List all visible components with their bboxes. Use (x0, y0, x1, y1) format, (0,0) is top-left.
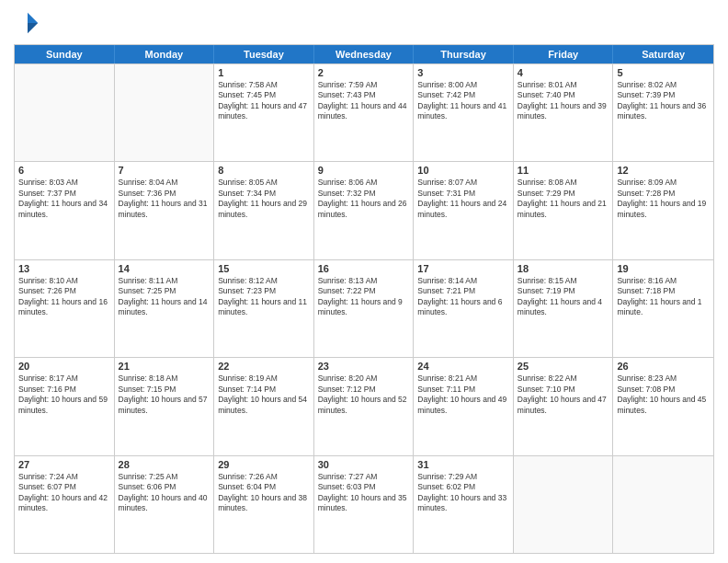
svg-marker-0 (28, 13, 38, 23)
cell-info: Sunrise: 8:19 AMSunset: 7:14 PMDaylight:… (218, 373, 310, 416)
calendar-cell: 2Sunrise: 7:59 AMSunset: 7:43 PMDaylight… (314, 64, 415, 161)
cell-info: Sunrise: 7:29 AMSunset: 6:02 PMDaylight:… (417, 472, 509, 514)
calendar-cell: 27Sunrise: 7:24 AMSunset: 6:07 PMDayligh… (15, 456, 115, 553)
calendar-cell: 24Sunrise: 8:21 AMSunset: 7:11 PMDayligh… (414, 358, 514, 454)
day-number: 19 (617, 263, 710, 274)
day-number: 9 (318, 165, 410, 176)
calendar-cell: 17Sunrise: 8:14 AMSunset: 7:21 PMDayligh… (414, 260, 514, 357)
day-number: 20 (18, 361, 110, 372)
cell-info: Sunrise: 8:00 AMSunset: 7:42 PMDaylight:… (417, 80, 509, 122)
calendar-cell: 4Sunrise: 8:01 AMSunset: 7:40 PMDaylight… (514, 64, 614, 161)
calendar-cell: 30Sunrise: 7:27 AMSunset: 6:03 PMDayligh… (314, 456, 415, 553)
cell-info: Sunrise: 7:24 AMSunset: 6:07 PMDaylight:… (18, 472, 110, 514)
calendar-row-3: 20Sunrise: 8:17 AMSunset: 7:16 PMDayligh… (15, 357, 713, 454)
cell-info: Sunrise: 8:15 AMSunset: 7:19 PMDaylight:… (518, 276, 609, 318)
calendar-cell: 25Sunrise: 8:22 AMSunset: 7:10 PMDayligh… (514, 358, 614, 454)
header-day-monday: Monday (115, 45, 215, 63)
page: SundayMondayTuesdayWednesdayThursdayFrid… (0, 0, 728, 563)
cell-info: Sunrise: 8:05 AMSunset: 7:34 PMDaylight:… (218, 178, 310, 220)
day-number: 12 (617, 165, 710, 176)
calendar-cell: 18Sunrise: 8:15 AMSunset: 7:19 PMDayligh… (514, 260, 614, 357)
cell-info: Sunrise: 7:25 AMSunset: 6:06 PMDaylight:… (119, 472, 210, 514)
cell-info: Sunrise: 8:14 AMSunset: 7:21 PMDaylight:… (417, 276, 509, 318)
calendar-cell: 12Sunrise: 8:09 AMSunset: 7:28 PMDayligh… (613, 162, 713, 259)
calendar-cell: 19Sunrise: 8:16 AMSunset: 7:18 PMDayligh… (613, 260, 713, 357)
cell-info: Sunrise: 8:17 AMSunset: 7:16 PMDaylight:… (18, 373, 110, 416)
header-day-friday: Friday (514, 45, 614, 63)
calendar-cell (115, 64, 215, 161)
cell-info: Sunrise: 8:03 AMSunset: 7:37 PMDaylight:… (18, 178, 110, 220)
day-number: 18 (518, 263, 609, 274)
day-number: 7 (119, 165, 210, 176)
day-number: 22 (218, 361, 310, 372)
cell-info: Sunrise: 8:22 AMSunset: 7:10 PMDaylight:… (518, 373, 609, 416)
calendar-cell: 23Sunrise: 8:20 AMSunset: 7:12 PMDayligh… (314, 358, 415, 454)
cell-info: Sunrise: 8:04 AMSunset: 7:36 PMDaylight:… (119, 178, 210, 220)
svg-marker-1 (28, 23, 38, 33)
day-number: 23 (318, 361, 410, 372)
cell-info: Sunrise: 7:58 AMSunset: 7:45 PMDaylight:… (218, 80, 310, 122)
day-number: 16 (318, 263, 410, 274)
cell-info: Sunrise: 8:12 AMSunset: 7:23 PMDaylight:… (218, 276, 310, 318)
day-number: 29 (218, 459, 310, 470)
calendar-row-4: 27Sunrise: 7:24 AMSunset: 6:07 PMDayligh… (15, 455, 713, 553)
calendar-cell: 3Sunrise: 8:00 AMSunset: 7:42 PMDaylight… (414, 64, 514, 161)
calendar-cell: 14Sunrise: 8:11 AMSunset: 7:25 PMDayligh… (115, 260, 215, 357)
day-number: 3 (417, 67, 509, 78)
day-number: 6 (18, 165, 110, 176)
day-number: 1 (218, 67, 310, 78)
cell-info: Sunrise: 8:16 AMSunset: 7:18 PMDaylight:… (617, 276, 710, 318)
cell-info: Sunrise: 7:59 AMSunset: 7:43 PMDaylight:… (318, 80, 410, 122)
calendar-cell (613, 456, 713, 553)
day-number: 10 (417, 165, 509, 176)
day-number: 2 (318, 67, 410, 78)
day-number: 11 (518, 165, 609, 176)
day-number: 21 (119, 361, 210, 372)
calendar-cell: 8Sunrise: 8:05 AMSunset: 7:34 PMDaylight… (214, 162, 314, 259)
day-number: 5 (617, 67, 710, 78)
calendar: SundayMondayTuesdayWednesdayThursdayFrid… (14, 44, 714, 554)
header-day-sunday: Sunday (15, 45, 115, 63)
cell-info: Sunrise: 8:11 AMSunset: 7:25 PMDaylight:… (119, 276, 210, 318)
calendar-cell: 26Sunrise: 8:23 AMSunset: 7:08 PMDayligh… (613, 358, 713, 454)
calendar-cell: 28Sunrise: 7:25 AMSunset: 6:06 PMDayligh… (115, 456, 215, 553)
day-number: 4 (518, 67, 609, 78)
logo-icon (14, 9, 41, 37)
calendar-cell: 21Sunrise: 8:18 AMSunset: 7:15 PMDayligh… (115, 358, 215, 454)
calendar-cell: 7Sunrise: 8:04 AMSunset: 7:36 PMDaylight… (115, 162, 215, 259)
day-number: 28 (119, 459, 210, 470)
calendar-row-1: 6Sunrise: 8:03 AMSunset: 7:37 PMDaylight… (15, 161, 713, 259)
calendar-cell: 29Sunrise: 7:26 AMSunset: 6:04 PMDayligh… (214, 456, 314, 553)
day-number: 27 (18, 459, 110, 470)
day-number: 17 (417, 263, 509, 274)
calendar-cell: 9Sunrise: 8:06 AMSunset: 7:32 PMDaylight… (314, 162, 415, 259)
calendar-cell (15, 64, 115, 161)
calendar-row-2: 13Sunrise: 8:10 AMSunset: 7:26 PMDayligh… (15, 259, 713, 357)
cell-info: Sunrise: 8:20 AMSunset: 7:12 PMDaylight:… (318, 373, 410, 416)
calendar-cell: 15Sunrise: 8:12 AMSunset: 7:23 PMDayligh… (214, 260, 314, 357)
calendar-cell: 13Sunrise: 8:10 AMSunset: 7:26 PMDayligh… (15, 260, 115, 357)
day-number: 30 (318, 459, 410, 470)
calendar-cell: 10Sunrise: 8:07 AMSunset: 7:31 PMDayligh… (414, 162, 514, 259)
cell-info: Sunrise: 8:07 AMSunset: 7:31 PMDaylight:… (417, 178, 509, 220)
day-number: 24 (417, 361, 509, 372)
calendar-cell: 11Sunrise: 8:08 AMSunset: 7:29 PMDayligh… (514, 162, 614, 259)
calendar-cell (514, 456, 614, 553)
calendar-row-0: 1Sunrise: 7:58 AMSunset: 7:45 PMDaylight… (15, 63, 713, 161)
day-number: 31 (417, 459, 509, 470)
day-number: 26 (617, 361, 710, 372)
cell-info: Sunrise: 7:27 AMSunset: 6:03 PMDaylight:… (318, 472, 410, 514)
cell-info: Sunrise: 8:23 AMSunset: 7:08 PMDaylight:… (617, 373, 710, 416)
calendar-header: SundayMondayTuesdayWednesdayThursdayFrid… (15, 45, 713, 63)
day-number: 13 (18, 263, 110, 274)
calendar-body: 1Sunrise: 7:58 AMSunset: 7:45 PMDaylight… (15, 63, 713, 553)
cell-info: Sunrise: 8:18 AMSunset: 7:15 PMDaylight:… (119, 373, 210, 416)
header-day-saturday: Saturday (613, 45, 713, 63)
calendar-cell: 22Sunrise: 8:19 AMSunset: 7:14 PMDayligh… (214, 358, 314, 454)
logo (14, 9, 43, 37)
calendar-cell: 20Sunrise: 8:17 AMSunset: 7:16 PMDayligh… (15, 358, 115, 454)
cell-info: Sunrise: 8:10 AMSunset: 7:26 PMDaylight:… (18, 276, 110, 318)
day-number: 25 (518, 361, 609, 372)
calendar-cell: 16Sunrise: 8:13 AMSunset: 7:22 PMDayligh… (314, 260, 415, 357)
cell-info: Sunrise: 8:13 AMSunset: 7:22 PMDaylight:… (318, 276, 410, 318)
